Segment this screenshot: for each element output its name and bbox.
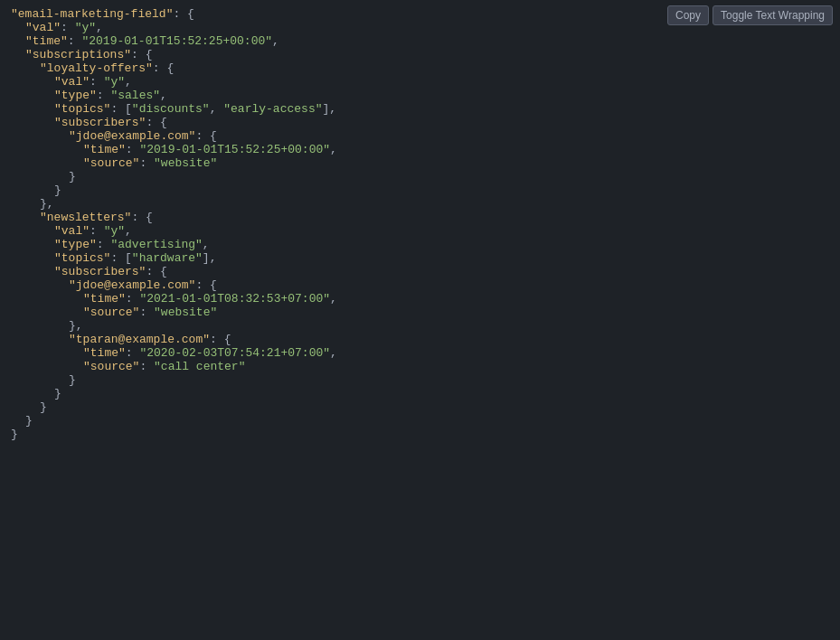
json-line: "topics": ["discounts", "early-access"], [11,102,829,116]
json-line: "time": "2019-01-01T15:52:25+00:00", [11,34,829,48]
json-key: "time" [83,346,126,360]
json-line: } [11,400,829,414]
json-key: "val" [54,224,90,238]
json-punct: : [126,143,140,156]
json-string: "early-access" [223,102,322,116]
json-line: } [11,428,829,441]
json-key: "source" [83,360,139,373]
json-punct: : [97,89,111,102]
json-punct: , [160,89,167,102]
json-line: "source": "call center" [11,360,829,373]
json-string: "call center" [154,360,245,373]
json-line: } [11,170,829,184]
json-punct: : { [146,116,166,129]
json-punct: : [ [110,102,131,116]
json-punct: : [139,306,154,319]
json-line: "newsletters": { [11,211,829,224]
json-punct: : [68,34,82,48]
json-punct: : [90,75,104,89]
json-punct: } [69,170,76,184]
json-key: "source" [83,156,139,170]
json-punct: } [25,414,33,428]
json-string: "y" [104,75,125,89]
json-key: "source" [83,306,139,319]
json-punct: ], [322,102,336,116]
json-key: "val" [25,21,61,34]
json-line: "time": "2019-01-01T15:52:25+00:00", [11,143,829,156]
json-punct: , [330,346,337,360]
json-line: "jdoe@example.com": { [11,278,829,292]
json-key: "jdoe@example.com" [69,278,195,292]
json-key: "email-marketing-field" [11,7,173,21]
json-punct: : { [131,48,152,61]
json-string: "y" [104,224,125,238]
json-punct: : { [210,333,231,346]
json-line: } [11,184,829,197]
json-string: "2019-01-01T15:52:25+00:00" [139,143,330,156]
json-punct: , [203,238,210,251]
json-punct: }, [40,197,54,211]
json-string: "sales" [110,89,160,102]
json-key: "type" [54,238,97,251]
json-key: "loyalty-offers" [40,61,153,75]
toggle-wrap-button[interactable]: Toggle Text Wrapping [713,5,833,25]
json-line: "jdoe@example.com": { [11,129,829,143]
json-punct: , [125,75,132,89]
json-punct: : { [173,7,193,21]
json-punct: : { [146,265,166,278]
json-punct: , [210,102,224,116]
json-string: "website" [154,156,217,170]
json-line: } [11,387,829,400]
json-punct: : [139,156,154,170]
json-punct: } [11,428,18,441]
json-punct: } [40,400,47,414]
json-punct: : [ [110,251,131,265]
json-punct: : [61,21,75,34]
json-viewer-container: Copy Toggle Text Wrapping "email-marketi… [0,0,840,640]
json-punct: } [69,373,76,387]
json-line: "topics": ["hardware"], [11,251,829,265]
json-key: "jdoe@example.com" [69,129,195,143]
json-string: "2021-01-01T08:32:53+07:00" [139,292,330,306]
json-line: "subscriptions": { [11,48,829,61]
json-key: "topics" [54,251,110,265]
json-key: "newsletters" [40,211,131,224]
json-content: "email-marketing-field": {"val": "y","ti… [11,7,829,441]
json-line: } [11,414,829,428]
json-key: "subscribers" [54,116,146,129]
json-line: "val": "y", [11,75,829,89]
json-punct: }, [69,319,83,333]
json-string: "discounts" [132,102,210,116]
json-punct: ], [203,251,217,265]
json-key: "time" [83,292,126,306]
json-string: "y" [75,21,96,34]
json-line: "time": "2021-01-01T08:32:53+07:00", [11,292,829,306]
json-punct: : [90,224,104,238]
json-punct: : { [131,211,152,224]
json-punct: : [126,346,140,360]
json-punct: , [125,224,132,238]
json-key: "tparan@example.com" [69,333,210,346]
json-punct: } [54,184,61,197]
json-punct: : [126,292,140,306]
json-line: "source": "website" [11,156,829,170]
json-line: "tparan@example.com": { [11,333,829,346]
json-line: "subscribers": { [11,116,829,129]
json-punct: : { [195,129,216,143]
json-line: } [11,373,829,387]
json-punct: , [330,143,337,156]
json-string: "hardware" [132,251,203,265]
json-line: }, [11,319,829,333]
json-punct: : [97,238,111,251]
json-line: "source": "website" [11,306,829,319]
json-punct: , [330,292,337,306]
json-line: "time": "2020-02-03T07:54:21+07:00", [11,346,829,360]
toolbar: Copy Toggle Text Wrapping [667,5,833,25]
json-key: "val" [54,75,90,89]
json-line: "subscribers": { [11,265,829,278]
json-line: }, [11,197,829,211]
json-line: "type": "advertising", [11,238,829,251]
copy-button[interactable]: Copy [667,5,709,25]
json-punct: : { [153,61,174,75]
json-punct: , [272,34,279,48]
